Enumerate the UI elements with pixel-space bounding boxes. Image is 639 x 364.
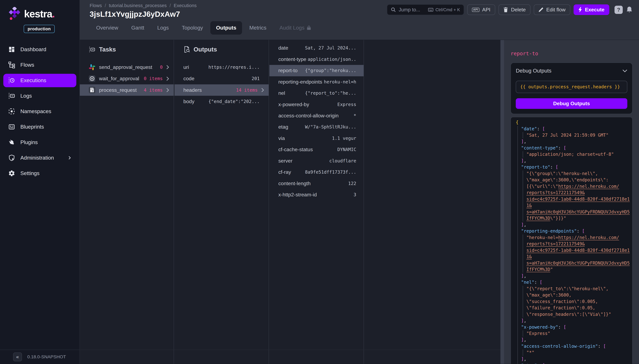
version-label: 0.18.0-SNAPSHOT: [27, 354, 66, 360]
environment-badge: production: [24, 25, 55, 33]
sidebar-item-settings[interactable]: Settings: [3, 167, 76, 180]
namespaces-icon: [8, 108, 15, 115]
lock-icon: [307, 26, 311, 30]
execution-tabs: Overview Gantt Logs Topology Outputs Met…: [90, 21, 317, 34]
sidebar-item-logs[interactable]: Logs: [3, 89, 76, 103]
outputs-panel-header: Outputs: [184, 46, 269, 53]
header-row[interactable]: date Sat, 27 Jul 2024...: [270, 42, 364, 54]
expression-input[interactable]: {{ outputs.process_request.headers }}: [516, 81, 627, 93]
sidebar: kestra. production Dashboard Flows Exec: [0, 0, 80, 364]
header-row[interactable]: cf-ray 8a9fe51dff17373f...: [270, 166, 364, 178]
task-count: 0: [160, 64, 163, 70]
administration-icon: [8, 154, 15, 161]
tab-gantt[interactable]: Gantt: [126, 21, 150, 34]
chevron-right-icon: [165, 76, 170, 81]
tab-logs[interactable]: Logs: [152, 21, 174, 34]
kestra-logo-icon: [8, 7, 20, 21]
outputs-panel: Outputs uri https://reqres.i... code 201…: [174, 40, 269, 364]
task-row-wait-for-approval[interactable]: wait_for_approval 0 items: [80, 73, 174, 84]
logo[interactable]: kestra.: [0, 0, 80, 21]
tasks-panel-header: Tasks: [89, 46, 174, 53]
edit-flow-button[interactable]: Edit flow: [534, 4, 570, 15]
headers-list: date Sat, 27 Jul 2024... content-type ap…: [270, 42, 364, 200]
dashboard-icon: [8, 46, 15, 53]
api-button[interactable]: API API: [467, 4, 495, 15]
header-row[interactable]: server cloudflare: [270, 155, 364, 166]
content-bottom-divider: [80, 350, 504, 350]
notifications-bell-icon[interactable]: [626, 6, 633, 14]
header-row[interactable]: x-powered-by Express: [270, 99, 364, 110]
output-row-headers[interactable]: headers 14 items: [174, 84, 268, 96]
sidebar-collapse-button[interactable]: «: [13, 352, 22, 362]
breadcrumb-flows[interactable]: Flows: [90, 3, 102, 8]
settings-gear-icon: [8, 170, 15, 177]
brand-dot: .: [52, 8, 55, 20]
header-row[interactable]: x-http2-stream-id 3: [270, 189, 364, 200]
flows-icon: [8, 62, 15, 68]
debug-outputs-section-header[interactable]: Debug Outputs: [516, 68, 627, 74]
search-placeholder: Jump to...: [399, 7, 420, 13]
sidebar-nav: Dashboard Flows Executions Logs: [0, 43, 80, 180]
top-header: Flows / tutorial.business_processes / Ex…: [80, 0, 639, 40]
tab-topology[interactable]: Topology: [176, 21, 208, 34]
tasks-panel: Tasks send_approval_request 0: [80, 40, 174, 364]
pencil-icon: [538, 7, 544, 12]
search-input[interactable]: Jump to... Ctrl/Cmd + K: [387, 4, 464, 15]
sidebar-item-flows[interactable]: Flows: [3, 58, 76, 72]
header-row[interactable]: content-length 122: [270, 178, 364, 189]
breadcrumb-namespace[interactable]: tutorial.business_processes: [109, 3, 167, 8]
breadcrumb-executions[interactable]: Executions: [174, 3, 196, 8]
task-count: 4 items: [144, 88, 163, 93]
chevron-down-icon: [622, 69, 627, 72]
header-row[interactable]: nel {"report_to":"he...: [270, 88, 364, 99]
header-row[interactable]: report-to {"group":"heroku...: [270, 65, 364, 76]
search-shortcut: Ctrl/Cmd + K: [428, 7, 460, 12]
plugins-icon: [8, 139, 15, 146]
tab-overview[interactable]: Overview: [90, 21, 124, 34]
brand-name: kestra.: [24, 8, 54, 20]
outputs-content: Tasks send_approval_request 0: [80, 40, 504, 364]
panel-resize-handle[interactable]: [500, 40, 504, 364]
debug-outputs-button[interactable]: Debug Outputs: [516, 98, 627, 109]
delete-button[interactable]: Delete: [498, 4, 530, 15]
tab-outputs[interactable]: Outputs: [210, 21, 242, 34]
keyboard-icon: [428, 8, 434, 12]
slack-icon: [89, 64, 95, 70]
output-row-body[interactable]: body {"end_date":"202...: [174, 96, 268, 107]
sidebar-item-dashboard[interactable]: Dashboard: [3, 43, 76, 56]
header-row[interactable]: etag W/"7a-SphSltRJku...: [270, 121, 364, 132]
sidebar-item-executions[interactable]: Executions: [3, 74, 76, 87]
output-row-uri[interactable]: uri https://reqres.i...: [174, 62, 268, 73]
header-row[interactable]: access-control-allow-origin *: [270, 110, 364, 121]
header-row[interactable]: cf-cache-status DYNAMIC: [270, 144, 364, 155]
sidebar-item-administration[interactable]: Administration: [3, 151, 76, 164]
header-row[interactable]: via 1.1 vegur: [270, 133, 364, 144]
execute-button[interactable]: Execute: [574, 4, 609, 15]
header-row[interactable]: content-type application/json..: [270, 54, 364, 65]
tab-audit-logs[interactable]: Audit Logs: [274, 21, 317, 34]
executions-icon: [8, 77, 15, 84]
chevron-right-icon: [68, 156, 72, 160]
task-row-process-request[interactable]: HTTP? process_request 4 items: [80, 84, 174, 96]
search-icon: [391, 7, 396, 12]
trash-icon: [503, 7, 508, 12]
debug-outputs-card: Debug Outputs {{ outputs.process_request…: [510, 62, 632, 114]
json-output-viewer[interactable]: {"date": ["Sat, 27 Jul 2024 21:59:09 GMT…: [510, 117, 632, 364]
output-row-code[interactable]: code 201: [174, 73, 268, 84]
tab-metrics[interactable]: Metrics: [244, 21, 272, 34]
task-row-send-approval-request[interactable]: send_approval_request 0: [80, 62, 174, 73]
sidebar-item-plugins[interactable]: Plugins: [3, 136, 76, 149]
sidebar-item-namespaces[interactable]: Namespaces: [3, 105, 76, 118]
svg-text:?: ?: [92, 90, 94, 92]
help-button[interactable]: ?: [614, 6, 623, 14]
selected-header-title: report-to: [510, 50, 632, 56]
debug-outputs-panel: report-to Debug Outputs {{ outputs.proce…: [504, 40, 639, 364]
sidebar-item-blueprints[interactable]: Blueprints: [3, 120, 76, 134]
lightning-icon: [578, 7, 582, 12]
tasks-icon: [89, 46, 95, 53]
app-window: kestra. production Dashboard Flows Exec: [0, 0, 639, 364]
page-title: 3jsLf1xYvgjjpzJ6yDxAw7: [90, 10, 196, 18]
breadcrumb: Flows / tutorial.business_processes / Ex…: [90, 3, 196, 8]
header-row[interactable]: reporting-endpoints heroku-nel=h: [270, 76, 364, 88]
sidebar-footer: « 0.18.0-SNAPSHOT: [0, 350, 80, 364]
